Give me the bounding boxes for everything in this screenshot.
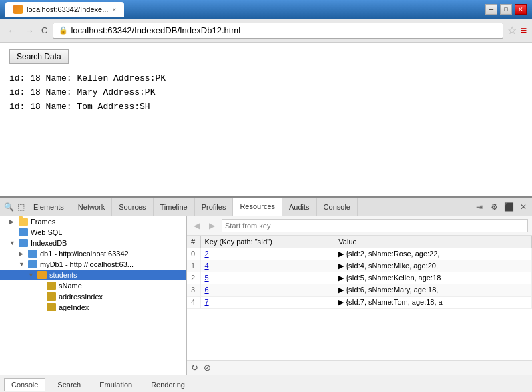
row-key[interactable]: 2 (200, 248, 334, 260)
tab-timeline[interactable]: Timeline (154, 198, 195, 216)
db1-label: db1 - http://localhost:63342 (40, 250, 129, 258)
tree-item-indexeddb[interactable]: ▼ IndexedDB (0, 238, 186, 248)
row-num: 2 (187, 272, 200, 284)
devtools-close-icon[interactable]: ✕ (517, 201, 529, 213)
tree-item-ageindex[interactable]: ageIndex (0, 302, 186, 313)
table-row: 3 6 ▶ {sId:6, sName:Mary, age:18, (187, 284, 532, 297)
table-row: 2 5 ▶ {sId:5, sName:Kellen, age:18 (187, 272, 532, 284)
tree-item-frames[interactable]: ▶ Frames (0, 216, 186, 227)
tree-item-students[interactable]: ▼ students (0, 270, 186, 280)
data-panel: ◀ ▶ # Key (Key path: "sId") Value 0 2 ▶ … (187, 216, 532, 375)
tab-favicon (13, 5, 23, 14)
devtools-tab-bar: 🔍 ⬚ Elements Network Sources Timeline Pr… (0, 198, 532, 216)
sname-label: sName (59, 282, 82, 290)
menu-icon[interactable]: ≡ (521, 25, 527, 37)
bottom-tab-search[interactable]: Search (51, 379, 87, 391)
table-row: 0 2 ▶ {sId:2, sName:Rose, age:22, (187, 248, 532, 260)
tab-title: localhost:63342/Indexe... (27, 5, 108, 13)
tab-close-btn[interactable]: × (112, 6, 116, 13)
row-num: 3 (187, 284, 200, 297)
devtools-body: ▶ Frames Web SQL ▼ IndexedDB ▶ db1 - htt… (0, 216, 532, 375)
row-value: ▶ {sId:4, sName:Mike, age:20, (334, 260, 532, 272)
row-num: 0 (187, 248, 200, 260)
websql-icon (19, 228, 28, 236)
row-value: ▶ {sId:2, sName:Rose, age:22, (334, 248, 532, 260)
next-page-btn[interactable]: ▶ (206, 220, 218, 232)
tab-network[interactable]: Network (71, 198, 112, 216)
search-data-button[interactable]: Search Data (9, 49, 69, 64)
row-value: ▶ {sId:5, sName:Kellen, age:18 (334, 272, 532, 284)
students-table-icon (37, 271, 47, 279)
tab-console[interactable]: Console (317, 198, 358, 216)
devtools-panel: 🔍 ⬚ Elements Network Sources Timeline Pr… (0, 196, 532, 392)
mydb1-toggle: ▼ (19, 261, 25, 268)
ageindex-icon (47, 303, 56, 311)
clear-data-icon[interactable]: ⊘ (204, 363, 211, 373)
tree-item-sname[interactable]: sName (0, 280, 186, 291)
minimize-btn[interactable]: ─ (485, 4, 497, 15)
data-table: # Key (Key path: "sId") Value 0 2 ▶ {sId… (187, 236, 532, 360)
frames-toggle: ▶ (9, 218, 16, 225)
output-line-1: id: 18 Name: Kellen Address:PK (9, 72, 523, 86)
address-bar: ← → C 🔒 localhost:63342/IndexedDB/IndexD… (0, 19, 532, 43)
maximize-btn[interactable]: □ (500, 4, 512, 15)
addressindex-label: addressIndex (59, 292, 103, 301)
devtools-toolbar-icons: ⇥ ⚙ ⬛ ✕ (473, 201, 529, 213)
back-button[interactable]: ← (5, 24, 19, 37)
indexeddb-label: IndexedDB (31, 239, 67, 247)
devtools-pointer-icon[interactable]: ⬚ (15, 201, 27, 213)
tree-item-websql[interactable]: Web SQL (0, 227, 186, 238)
devtools-search-icon[interactable]: 🔍 (3, 201, 15, 213)
output-line-2: id: 18 Name: Mary Address:PK (9, 86, 523, 100)
frames-folder-icon (19, 218, 28, 226)
bookmark-star-icon[interactable]: ☆ (507, 24, 517, 37)
tree-item-db1[interactable]: ▶ db1 - http://localhost:63342 (0, 248, 186, 259)
tree-item-addressindex[interactable]: addressIndex (0, 291, 186, 302)
row-key[interactable]: 6 (200, 284, 334, 297)
frames-label: Frames (31, 218, 55, 226)
row-num: 4 (187, 297, 200, 309)
devtools-bottom-bar: Console Search Emulation Rendering (0, 375, 532, 392)
tab-audits[interactable]: Audits (282, 198, 317, 216)
browser-tab[interactable]: localhost:63342/Indexe... × (5, 2, 124, 17)
url-text: localhost:63342/IndexedDB/IndexDb12.html (71, 25, 240, 35)
output-line-3: id: 18 Name: Tom Address:SH (9, 100, 523, 114)
bottom-tab-emulation[interactable]: Emulation (93, 379, 139, 391)
refresh-data-icon[interactable]: ↻ (191, 363, 198, 373)
resources-tree: ▶ Frames Web SQL ▼ IndexedDB ▶ db1 - htt… (0, 216, 187, 375)
db1-icon (28, 250, 37, 258)
tab-resources[interactable]: Resources (233, 198, 282, 216)
right-bottom-bar: ↻ ⊘ (187, 360, 532, 375)
output-area: id: 18 Name: Kellen Address:PK id: 18 Na… (9, 72, 523, 114)
tab-elements[interactable]: Elements (27, 198, 71, 216)
table-toolbar: ◀ ▶ (187, 216, 532, 236)
ageindex-label: ageIndex (59, 303, 89, 311)
websql-label: Web SQL (31, 228, 63, 236)
col-header-num: # (187, 236, 200, 248)
tab-profiles[interactable]: Profiles (195, 198, 234, 216)
url-bar[interactable]: 🔒 localhost:63342/IndexedDB/IndexDb12.ht… (53, 23, 503, 39)
indexeddb-toggle: ▼ (9, 240, 16, 246)
devtools-undock-icon[interactable]: ⬛ (503, 201, 515, 213)
row-key[interactable]: 5 (200, 272, 334, 284)
table-row: 1 4 ▶ {sId:4, sName:Mike, age:20, (187, 260, 532, 272)
bottom-tab-console[interactable]: Console (4, 378, 45, 391)
close-btn[interactable]: ✕ (515, 4, 527, 15)
refresh-button[interactable]: C (40, 24, 49, 37)
prev-page-btn[interactable]: ◀ (191, 220, 202, 232)
tree-item-mydb1[interactable]: ▼ myDb1 - http://localhost:63... (0, 259, 186, 270)
row-value: ▶ {sId:6, sName:Mary, age:18, (334, 284, 532, 297)
title-bar: localhost:63342/Indexe... × ─ □ ✕ (0, 0, 532, 19)
forward-button[interactable]: → (23, 24, 36, 37)
page-content: Search Data id: 18 Name: Kellen Address:… (0, 43, 532, 196)
mydb1-icon (28, 260, 37, 268)
devtools-dock-icon[interactable]: ⇥ (473, 201, 485, 213)
start-from-input[interactable] (222, 219, 528, 232)
mydb1-label: myDb1 - http://localhost:63... (40, 260, 134, 268)
row-key[interactable]: 7 (200, 297, 334, 309)
bottom-tab-rendering[interactable]: Rendering (144, 379, 192, 391)
tab-sources[interactable]: Sources (112, 198, 153, 216)
devtools-settings-icon[interactable]: ⚙ (488, 201, 500, 213)
window-controls: ─ □ ✕ (485, 4, 527, 15)
row-key[interactable]: 4 (200, 260, 334, 272)
